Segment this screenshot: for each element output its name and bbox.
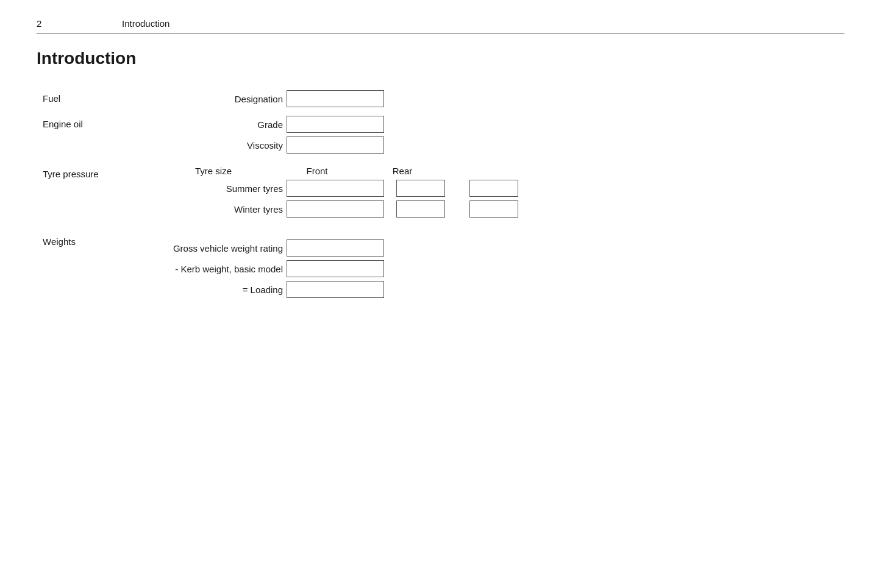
summer-rear-input[interactable] xyxy=(469,180,518,197)
page-header: 2 Introduction xyxy=(37,18,844,34)
winter-tyres-label: Winter tyres xyxy=(165,204,287,214)
fuel-designation-input[interactable] xyxy=(287,90,384,107)
engine-viscosity-input[interactable] xyxy=(287,136,384,154)
engine-grade-row: Grade xyxy=(165,116,384,133)
engine-oil-label: Engine oil xyxy=(43,116,165,129)
loading-input[interactable] xyxy=(287,281,384,298)
kerb-weight-row: - Kerb weight, basic model xyxy=(165,260,384,277)
winter-inputs xyxy=(287,200,518,218)
winter-rear-input[interactable] xyxy=(469,200,518,218)
engine-viscosity-row: Viscosity xyxy=(165,136,384,154)
tyre-rear-header: Rear xyxy=(372,166,433,176)
weights-section: Weights Gross vehicle weight rating - Ke… xyxy=(43,233,844,298)
engine-grade-input[interactable] xyxy=(287,116,384,133)
winter-tyres-row: Winter tyres xyxy=(165,200,518,218)
winter-front-input[interactable] xyxy=(396,200,445,218)
engine-oil-group: Engine oil Grade Viscosity xyxy=(43,116,844,154)
section-title: Introduction xyxy=(37,49,844,68)
weights-label: Weights xyxy=(43,233,165,247)
fuel-designation-label: Designation xyxy=(165,94,287,104)
loading-label: = Loading xyxy=(165,285,287,295)
fuel-designation-row: Designation xyxy=(165,90,384,107)
summer-tyres-row: Summer tyres xyxy=(165,180,518,197)
gross-weight-label: Gross vehicle weight rating xyxy=(165,243,287,253)
fuel-label: Fuel xyxy=(43,90,165,104)
tyre-header-row: Tyre size Front Rear xyxy=(165,166,518,176)
fuel-group: Fuel Designation xyxy=(43,90,844,107)
tyre-pressure-label: Tyre pressure xyxy=(43,166,165,179)
content-area: Fuel Designation Engine oil Grade Viscos… xyxy=(37,90,844,298)
engine-oil-fields: Grade Viscosity xyxy=(165,116,384,154)
summer-inputs xyxy=(287,180,518,197)
tyre-size-header: Tyre size xyxy=(165,166,262,176)
engine-viscosity-label: Viscosity xyxy=(165,140,287,151)
summer-tyres-label: Summer tyres xyxy=(165,183,287,194)
engine-grade-label: Grade xyxy=(165,119,287,130)
kerb-weight-input[interactable] xyxy=(287,260,384,277)
gross-weight-row: Gross vehicle weight rating xyxy=(165,239,384,257)
fuel-fields: Designation xyxy=(165,90,384,107)
winter-size-input[interactable] xyxy=(287,200,384,218)
loading-row: = Loading xyxy=(165,281,384,298)
summer-size-input[interactable] xyxy=(287,180,384,197)
page-number: 2 xyxy=(37,18,85,29)
summer-front-input[interactable] xyxy=(396,180,445,197)
kerb-weight-label: - Kerb weight, basic model xyxy=(165,264,287,274)
tyre-fields-block: Tyre size Front Rear Summer tyres xyxy=(165,166,518,221)
page-container: 2 Introduction Introduction Fuel Designa… xyxy=(0,0,881,339)
tyre-front-header: Front xyxy=(287,166,348,176)
header-title: Introduction xyxy=(122,18,169,29)
gross-weight-input[interactable] xyxy=(287,239,384,257)
weights-fields: Gross vehicle weight rating - Kerb weigh… xyxy=(165,233,384,298)
tyre-pressure-section: Tyre pressure Tyre size Front Rear Summe… xyxy=(43,166,844,221)
